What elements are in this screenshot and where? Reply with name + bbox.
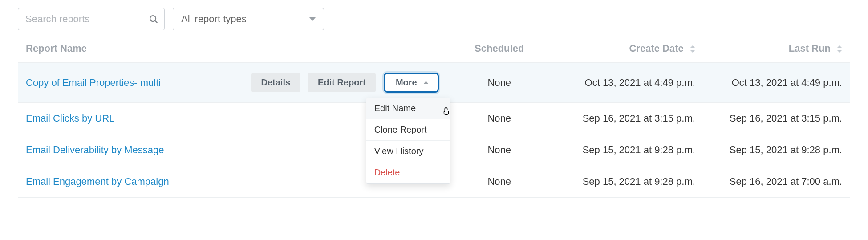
sort-icon bbox=[837, 45, 842, 53]
column-header-scheduled[interactable]: Scheduled bbox=[450, 43, 548, 54]
more-button[interactable]: More bbox=[384, 73, 439, 93]
more-button-label: More bbox=[396, 77, 417, 88]
cell-last-run: Oct 13, 2021 at 4:49 p.m. bbox=[695, 77, 842, 89]
search-box[interactable] bbox=[18, 8, 165, 30]
menu-item-edit-name[interactable]: Edit Name bbox=[366, 98, 450, 119]
cell-last-run: Sep 16, 2021 at 7:00 a.m. bbox=[695, 176, 842, 187]
row-actions: Details Edit Report More Edit Name Clone… bbox=[251, 73, 450, 93]
cell-scheduled: None bbox=[450, 113, 548, 124]
chevron-up-icon bbox=[423, 81, 429, 84]
report-name-link[interactable]: Email Deliverability by Message bbox=[26, 144, 164, 156]
reports-table: Report Name Scheduled Create Date Last R… bbox=[18, 43, 850, 198]
cell-create-date: Sep 15, 2021 at 9:28 p.m. bbox=[548, 176, 695, 187]
cell-create-date: Oct 13, 2021 at 4:49 p.m. bbox=[548, 77, 695, 89]
column-header-create-date-label: Create Date bbox=[629, 43, 683, 54]
cell-scheduled: None bbox=[450, 144, 548, 156]
chevron-down-icon bbox=[309, 17, 316, 21]
search-icon bbox=[149, 14, 158, 24]
edit-report-button[interactable]: Edit Report bbox=[308, 73, 376, 92]
sort-icon bbox=[690, 45, 695, 53]
column-header-last-run[interactable]: Last Run bbox=[695, 43, 842, 54]
column-header-create-date[interactable]: Create Date bbox=[548, 43, 695, 54]
report-name-link[interactable]: Email Engagement by Campaign bbox=[26, 176, 169, 187]
report-name-link[interactable]: Copy of Email Properties- multi bbox=[26, 77, 217, 89]
column-header-last-run-label: Last Run bbox=[789, 43, 831, 54]
more-menu: Edit Name Clone Report View History Dele… bbox=[366, 98, 450, 184]
cell-scheduled: None bbox=[450, 77, 548, 89]
toolbar: All report types bbox=[18, 8, 850, 30]
cell-scheduled: None bbox=[450, 176, 548, 187]
menu-item-clone[interactable]: Clone Report bbox=[366, 119, 450, 141]
svg-point-0 bbox=[150, 16, 156, 21]
table-header: Report Name Scheduled Create Date Last R… bbox=[18, 43, 850, 62]
report-type-filter-label: All report types bbox=[181, 13, 247, 25]
table-row: Copy of Email Properties- multi Details … bbox=[18, 62, 850, 102]
report-type-filter[interactable]: All report types bbox=[173, 8, 324, 30]
cell-last-run: Sep 16, 2021 at 3:15 p.m. bbox=[695, 113, 842, 124]
svg-line-1 bbox=[155, 21, 158, 23]
cell-create-date: Sep 15, 2021 at 9:28 p.m. bbox=[548, 144, 695, 156]
report-name-link[interactable]: Email Clicks by URL bbox=[26, 113, 114, 124]
menu-item-history[interactable]: View History bbox=[366, 141, 450, 162]
details-button[interactable]: Details bbox=[251, 73, 300, 92]
cell-last-run: Sep 15, 2021 at 9:28 p.m. bbox=[695, 144, 842, 156]
search-input[interactable] bbox=[24, 13, 149, 25]
menu-item-delete[interactable]: Delete bbox=[366, 162, 450, 183]
column-header-name[interactable]: Report Name bbox=[26, 43, 450, 54]
cell-create-date: Sep 16, 2021 at 3:15 p.m. bbox=[548, 113, 695, 124]
